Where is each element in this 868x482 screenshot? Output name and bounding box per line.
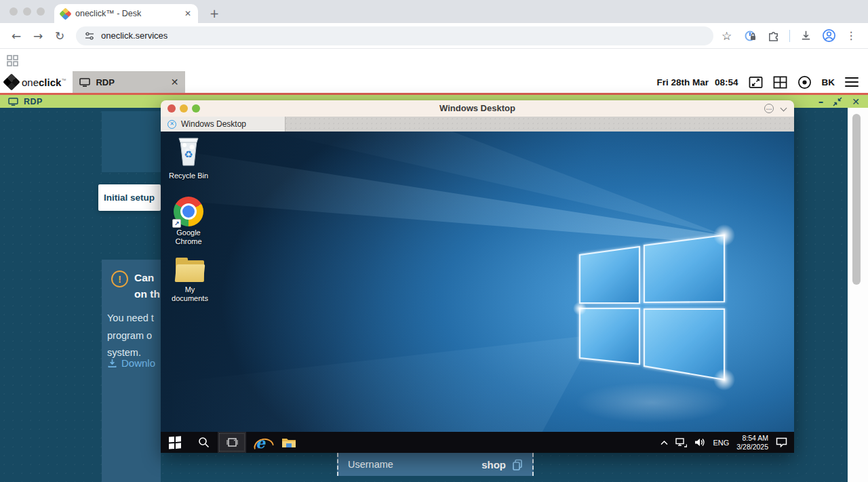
mac-close-button[interactable] — [9, 7, 18, 16]
new-tab-button[interactable]: + — [206, 5, 222, 22]
username-label: Username — [348, 459, 393, 470]
record-icon[interactable] — [797, 75, 812, 89]
scrollbar-thumb[interactable] — [852, 114, 861, 285]
fullscreen-icon[interactable] — [749, 75, 763, 89]
window-grid-icon[interactable] — [773, 75, 787, 89]
extensions-icon[interactable] — [767, 29, 780, 42]
initial-setup-button[interactable]: Initial setup — [98, 184, 161, 211]
mac-zoom-button[interactable] — [37, 7, 45, 16]
file-explorer-button[interactable] — [275, 432, 303, 453]
page-scrollbar[interactable] — [848, 108, 868, 482]
windows-logo-icon — [169, 436, 181, 449]
tray-clock[interactable]: 8:54 AM 3/28/2025 — [736, 434, 768, 451]
page-top-strip — [0, 49, 868, 71]
language-indicator[interactable]: ENG — [713, 439, 729, 447]
toolbar-divider — [789, 30, 790, 42]
network-icon[interactable] — [675, 438, 687, 447]
desktop-icon-label: My documents — [167, 285, 212, 302]
profile-avatar-icon[interactable] — [822, 28, 836, 43]
username-value: shop — [481, 459, 506, 470]
session-minimize-icon[interactable]: – — [818, 98, 824, 105]
tray-chevron-up-icon[interactable] — [660, 440, 668, 445]
copy-icon[interactable] — [512, 459, 523, 470]
chrome-icon: ↗ — [174, 197, 203, 226]
windows-desktop[interactable]: ♻ Recycle Bin ↗ Google Chrome My documen… — [161, 132, 794, 435]
browser-tab-title: oneclick™ - Desk — [75, 9, 179, 18]
browser-titlebar: oneclick™ - Desk ✕ + — [0, 0, 868, 23]
session-restore-icon[interactable] — [833, 97, 842, 106]
downloads-icon[interactable] — [800, 29, 812, 42]
shortcut-arrow-icon: ↗ — [172, 219, 181, 228]
window-menu-icon[interactable]: … — [764, 104, 774, 113]
taskbar-search-button[interactable] — [189, 432, 218, 453]
background-card — [102, 111, 161, 172]
rdp-window-title: Windows Desktop — [161, 100, 794, 117]
app-menu-icon[interactable] — [845, 77, 859, 87]
desktop-icon-label: Recycle Bin — [166, 172, 211, 180]
reload-icon[interactable]: ↻ — [50, 26, 69, 45]
rdp-session-icon: ✕ — [167, 120, 176, 129]
download-link[interactable]: Downlo — [107, 357, 155, 369]
oneclick-logo[interactable]: oneclick™ — [0, 76, 73, 88]
bookmark-star-icon[interactable]: ☆ — [722, 29, 732, 43]
search-icon — [198, 437, 210, 448]
rdp-window: Windows Desktop … ✕ Windows Desktop — [161, 100, 794, 453]
desktop-icon-my-documents[interactable]: My documents — [167, 258, 212, 302]
desktop-icon-google-chrome[interactable]: ↗ Google Chrome — [166, 197, 211, 245]
task-view-button[interactable] — [218, 432, 246, 453]
tab-close-icon[interactable]: ✕ — [184, 9, 191, 18]
credentials-row: Username shop — [337, 453, 534, 476]
internet-explorer-icon: e — [256, 436, 265, 449]
site-settings-icon[interactable] — [84, 31, 95, 41]
session-monitor-icon — [8, 98, 18, 106]
app-tab-close-icon[interactable]: ✕ — [171, 77, 179, 87]
tray-date: 3/28/2025 — [736, 443, 768, 451]
rdp-tabbar: ✕ Windows Desktop — [161, 117, 794, 132]
task-view-icon — [226, 437, 239, 447]
action-center-icon[interactable] — [776, 437, 787, 447]
desktop-icon-label: Google Chrome — [166, 228, 211, 245]
desktop-icon-recycle-bin[interactable]: ♻ Recycle Bin — [166, 136, 211, 180]
start-button[interactable] — [161, 432, 189, 453]
forward-icon[interactable]: → — [28, 26, 47, 45]
rdp-window-titlebar[interactable]: Windows Desktop … — [161, 100, 794, 117]
address-bar[interactable]: oneclick.services — [76, 26, 713, 45]
browser-menu-icon[interactable]: ⋮ — [846, 29, 856, 42]
browser-tab[interactable]: oneclick™ - Desk ✕ — [54, 4, 198, 23]
user-initials-badge[interactable]: BK — [822, 77, 835, 87]
browser-toolbar: ← → ↻ oneclick.services ☆ — [0, 23, 868, 49]
warning-icon: ! — [111, 270, 128, 287]
mac-minimize-button[interactable] — [23, 7, 31, 16]
warning-title: Can on th — [134, 270, 160, 302]
app-grid-icon[interactable] — [7, 55, 18, 66]
svg-text:♻: ♻ — [184, 148, 193, 160]
oneclick-wordmark: oneclick™ — [22, 77, 66, 88]
privacy-lock-icon[interactable] — [744, 29, 757, 43]
folder-icon — [174, 258, 205, 283]
header-time: 08:54 — [715, 77, 738, 87]
warning-panel: ! Can on th You need t program o system.… — [102, 260, 161, 482]
rdp-session-tab[interactable]: ✕ Windows Desktop — [161, 117, 285, 132]
download-icon — [107, 358, 117, 368]
app-tab-rdp[interactable]: RDP ✕ — [73, 71, 185, 93]
tray-time: 8:54 AM — [736, 434, 768, 443]
back-icon[interactable]: ← — [7, 26, 26, 45]
app-tab-label: RDP — [96, 77, 165, 87]
windows-wallpaper — [161, 132, 794, 435]
url-text: oneclick.services — [101, 31, 167, 41]
volume-icon[interactable] — [694, 438, 705, 447]
recycle-bin-icon: ♻ — [174, 136, 203, 167]
file-explorer-icon — [281, 437, 296, 448]
warning-body: You need t program o system. — [107, 310, 154, 362]
screen: oneclick™ - Desk ✕ + ← → ↻ oneclick.serv… — [0, 0, 868, 482]
rdp-session-tab-label: Windows Desktop — [181, 119, 246, 129]
oneclick-favicon — [59, 7, 71, 20]
session-close-icon[interactable]: ✕ — [852, 96, 860, 107]
oneclick-logo-icon — [3, 73, 20, 90]
header-date: Fri 28th Mar — [656, 77, 709, 87]
windows-taskbar: e — [161, 432, 794, 453]
app-header: oneclick™ RDP ✕ Fri 28th Mar 08:54 — [0, 71, 868, 93]
session-label: RDP — [24, 97, 43, 106]
internet-explorer-button[interactable]: e — [246, 432, 275, 453]
monitor-icon — [79, 78, 90, 87]
